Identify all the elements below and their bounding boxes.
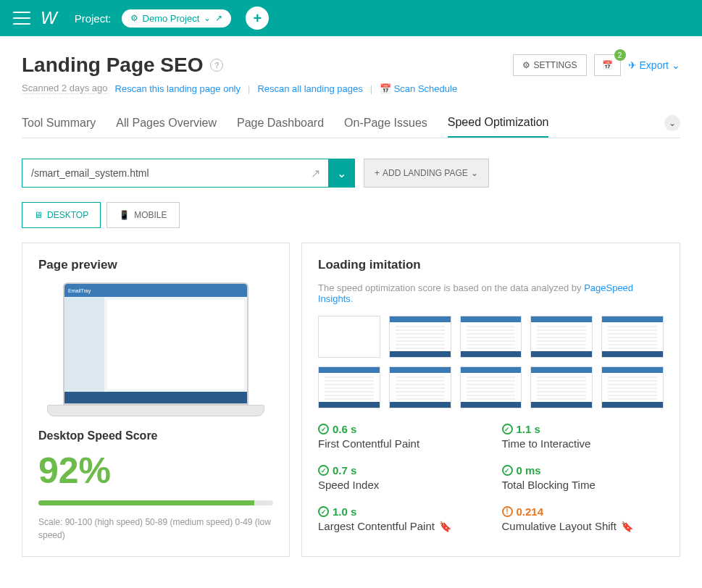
metric-lcp: ✓1.0 s Largest Contentful Paint 🔖 xyxy=(318,505,480,532)
tab-dashboard[interactable]: Page Dashboard xyxy=(237,109,324,137)
external-link-icon: ↗ xyxy=(215,13,222,23)
check-icon: ✓ xyxy=(318,424,329,434)
calendar-icon: 📅 xyxy=(602,60,613,70)
metric-tti: ✓1.1 s Time to Interactive xyxy=(502,423,664,450)
scale-text: Scale: 90-100 (high speed) 50-89 (medium… xyxy=(38,516,273,542)
send-icon: ✈ xyxy=(628,59,637,71)
thumb-frame xyxy=(530,366,593,408)
thumb-frame xyxy=(460,316,522,358)
desktop-toggle[interactable]: 🖥 DESKTOP xyxy=(22,202,101,228)
bookmark-icon[interactable]: 🔖 xyxy=(439,521,451,532)
preview-header: EmailTray xyxy=(64,284,247,297)
thumb-frame xyxy=(389,316,451,358)
warning-icon: ! xyxy=(502,506,513,517)
project-name: Demo Project xyxy=(143,13,200,24)
help-icon[interactable]: ? xyxy=(210,59,223,72)
check-icon: ✓ xyxy=(502,465,513,476)
tab-speed[interactable]: Speed Optimization xyxy=(448,109,549,138)
logo: W xyxy=(41,8,57,28)
thumb-frame xyxy=(389,366,451,408)
metric-cls: !0.214 Cumulative Layout Shift 🔖 xyxy=(502,505,664,532)
loading-title: Loading imitation xyxy=(318,258,664,272)
chevron-down-icon: ⌄ xyxy=(204,13,211,23)
mobile-toggle[interactable]: 📱 MOBILE xyxy=(106,202,179,228)
thumb-frame xyxy=(318,366,380,408)
tab-summary[interactable]: Tool Summary xyxy=(22,109,96,137)
loading-subtitle: The speed optimization score is based on… xyxy=(318,282,664,304)
score-progress xyxy=(38,500,273,505)
tabs: Tool Summary All Pages Overview Page Das… xyxy=(22,109,680,138)
tab-overview[interactable]: All Pages Overview xyxy=(116,109,217,137)
project-label: Project: xyxy=(75,12,112,25)
desktop-icon: 🖥 xyxy=(34,210,43,220)
check-icon: ✓ xyxy=(502,424,513,434)
thumb-frame xyxy=(601,316,664,358)
mobile-icon: 📱 xyxy=(119,210,130,220)
project-selector[interactable]: ⚙ Demo Project ⌄ ↗ xyxy=(122,9,232,28)
check-icon: ✓ xyxy=(318,506,329,517)
thumb-frame xyxy=(460,366,522,408)
metric-tbt: ✓0 ms Total Blocking Time xyxy=(502,464,664,491)
check-icon: ✓ xyxy=(318,465,329,476)
tab-issues[interactable]: On-Page Issues xyxy=(344,109,427,137)
rescan-this-link[interactable]: Rescan this landing page only xyxy=(115,83,241,94)
thumb-frame xyxy=(318,316,380,358)
page-title: Landing Page SEO ? xyxy=(22,54,223,77)
rescan-all-link[interactable]: Rescan all landing pages xyxy=(257,83,362,94)
metrics-grid: ✓0.6 s First Contentful Paint ✓1.1 s Tim… xyxy=(318,423,664,532)
chevron-down-icon: ⌄ xyxy=(672,59,680,71)
settings-button[interactable]: ⚙ SETTINGS xyxy=(513,54,587,76)
loading-thumbnails xyxy=(318,316,664,408)
url-dropdown-button[interactable]: ⌄ xyxy=(328,159,354,187)
metric-si: ✓0.7 s Speed Index xyxy=(318,464,480,491)
chevron-down-icon: ⌄ xyxy=(471,168,478,178)
topbar: W Project: ⚙ Demo Project ⌄ ↗ + xyxy=(0,0,702,36)
calendar-icon: 📅 xyxy=(380,83,391,94)
gear-icon: ⚙ xyxy=(522,60,530,70)
loading-card: Loading imitation The speed optimization… xyxy=(301,243,680,557)
metric-fcp: ✓0.6 s First Contentful Paint xyxy=(318,423,480,450)
add-landing-button[interactable]: + ADD LANDING PAGE ⌄ xyxy=(364,159,489,188)
thumb-frame xyxy=(530,316,593,358)
calendar-badge: 2 xyxy=(614,49,626,61)
scan-meta: Scanned 2 days ago Rescan this landing p… xyxy=(22,83,680,94)
plus-icon: + xyxy=(375,168,380,178)
scan-schedule-link[interactable]: 📅 Scan Schedule xyxy=(380,83,457,94)
add-project-button[interactable]: + xyxy=(246,7,269,30)
thumb-frame xyxy=(601,366,664,408)
calendar-button[interactable]: 📅 2 xyxy=(594,54,621,76)
bookmark-icon[interactable]: 🔖 xyxy=(621,521,633,532)
url-input[interactable] xyxy=(22,159,302,187)
tab-expand-button[interactable]: ⌄ xyxy=(664,115,680,131)
export-button[interactable]: ✈ Export ⌄ xyxy=(628,59,680,71)
menu-icon[interactable] xyxy=(13,12,30,25)
score-value: 92% xyxy=(38,450,273,492)
scanned-text: Scanned 2 days ago xyxy=(22,83,108,94)
preview-title: Page preview xyxy=(38,258,273,272)
open-url-button[interactable]: ↗ xyxy=(302,159,328,187)
score-label: Desktop Speed Score xyxy=(38,429,273,442)
preview-card: Page preview EmailTray Desktop Speed Sco… xyxy=(22,243,290,557)
url-input-group: ↗ ⌄ xyxy=(22,159,355,188)
share-icon: ⚙ xyxy=(130,13,138,23)
laptop-preview: EmailTray xyxy=(47,282,264,416)
